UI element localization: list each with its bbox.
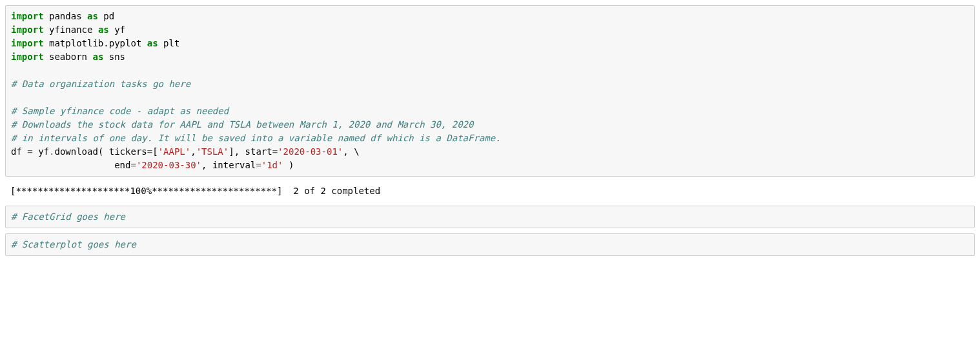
progress-output: [*********************100%**************… <box>10 186 380 196</box>
operator: = <box>256 160 261 170</box>
code-line: # Data organization tasks go here <box>11 79 190 89</box>
code-line: # in intervals of one day. It will be sa… <box>11 133 501 143</box>
code-cell-2[interactable]: # FacetGrid goes here <box>5 206 975 228</box>
code-cell-1[interactable]: import pandas as pd import yfinance as y… <box>5 5 975 177</box>
code-line: # Sample yfinance code - adapt as needed <box>11 106 229 116</box>
string: '2020-03-01' <box>278 146 343 157</box>
comment: # Scatterplot goes here <box>11 239 136 249</box>
string: '2020-03-30' <box>136 160 201 170</box>
alias: pd <box>103 11 114 21</box>
string: '1d' <box>261 160 283 170</box>
comment: # in intervals of one day. It will be sa… <box>11 133 501 143</box>
code-line: import yfinance as yf <box>11 24 125 35</box>
keyword: import <box>11 11 44 21</box>
code-line: # Downloads the stock data for AAPL and … <box>11 119 473 130</box>
comment: # FacetGrid goes here <box>11 211 125 222</box>
module-name: yfinance <box>49 24 92 35</box>
code-line: df = yf.download( tickers=['AAPL','TSLA'… <box>11 146 360 157</box>
operator: = <box>27 146 32 157</box>
code-text: ], start <box>229 146 272 157</box>
module-name: matplotlib.pyplot <box>49 38 141 48</box>
comment: # Data organization tasks go here <box>11 79 190 89</box>
keyword: import <box>11 52 44 62</box>
keyword: as <box>87 11 98 21</box>
code-text: df <box>11 146 27 157</box>
code-text: [ <box>152 146 158 157</box>
code-line: import matplotlib.pyplot as plt <box>11 38 179 48</box>
keyword: import <box>11 38 44 48</box>
alias: plt <box>163 38 179 48</box>
comment: # Downloads the stock data for AAPL and … <box>11 119 473 130</box>
operator: = <box>272 146 278 157</box>
code-text: yf <box>33 146 49 157</box>
string: 'TSLA' <box>196 146 229 157</box>
module-name: seaborn <box>49 52 87 62</box>
operator: = <box>130 160 136 170</box>
keyword: as <box>98 24 109 35</box>
code-line: import seaborn as sns <box>11 52 125 62</box>
code-text: ) <box>283 160 294 170</box>
code-text: , <box>190 146 196 157</box>
operator: = <box>147 146 152 157</box>
keyword: import <box>11 24 44 35</box>
keyword: as <box>147 38 158 48</box>
code-line: import pandas as pd <box>11 11 114 21</box>
code-text: , interval <box>201 160 256 170</box>
string: 'AAPL' <box>158 146 191 157</box>
output-cell-1: [*********************100%**************… <box>5 182 975 206</box>
line-continuation: \ <box>354 146 359 157</box>
code-text: , <box>343 146 354 157</box>
code-text: download( tickers <box>54 146 147 157</box>
alias: sns <box>109 52 125 62</box>
comment: # Sample yfinance code - adapt as needed <box>11 106 229 116</box>
module-name: pandas <box>49 11 82 21</box>
code-line: end='2020-03-30', interval='1d' ) <box>11 160 294 170</box>
code-cell-3[interactable]: # Scatterplot goes here <box>5 233 975 256</box>
keyword: as <box>92 52 103 62</box>
alias: yf <box>114 24 125 35</box>
code-text: end <box>11 160 130 170</box>
